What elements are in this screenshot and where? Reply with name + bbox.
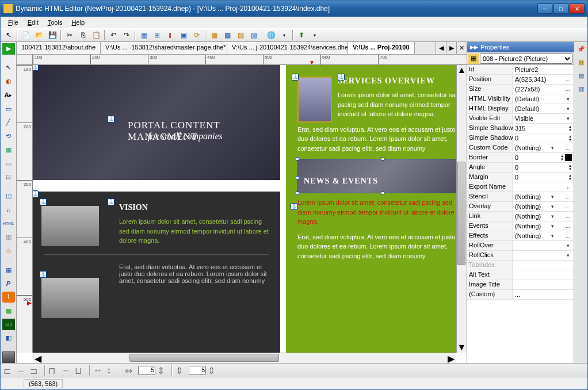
ellipsis-button[interactable]: ... — [564, 194, 572, 200]
property-value[interactable]: (Default)▾ — [513, 104, 574, 113]
property-value[interactable]: Picture2 — [513, 65, 574, 74]
property-value[interactable]: (Nothing)▾... — [513, 143, 574, 152]
property-value[interactable]: 0▲▼ — [513, 173, 574, 182]
preview-icon[interactable]: ▣ — [177, 29, 190, 41]
property-value[interactable]: (Nothing)▾... — [513, 231, 574, 240]
property-value[interactable]: (Nothing)▾... — [513, 202, 574, 211]
undo-icon[interactable]: ↶ — [107, 29, 120, 41]
services-image[interactable] — [297, 77, 332, 123]
property-value[interactable]: ▾ — [513, 241, 574, 250]
dropdown-icon[interactable]: ▾ — [564, 96, 572, 102]
property-row[interactable]: Link(Nothing)▾... — [467, 212, 574, 221]
backward-icon[interactable]: ▧ — [247, 29, 260, 41]
property-value[interactable]: ... — [513, 290, 574, 299]
selection-handle[interactable] — [296, 176, 299, 179]
tab-about[interactable]: 100421-153812\about.dhe — [17, 42, 101, 54]
same-height-icon[interactable]: ↕ — [106, 365, 118, 376]
align-right-icon[interactable]: ⊐ — [30, 365, 41, 376]
property-value[interactable]: A(525,341)... — [513, 75, 574, 84]
tab-index[interactable]: V:\Us ... Proj-20100 — [348, 42, 414, 54]
property-value[interactable]: Visible▾ — [513, 114, 574, 123]
vision-heading[interactable]: VISION — [119, 203, 269, 212]
pointer-button[interactable]: ↖ — [2, 29, 15, 41]
property-row[interactable]: Angle0▲▼ — [467, 163, 574, 173]
menu-tool-icon[interactable]: ◧ — [2, 332, 15, 344]
canvas-tool-icon[interactable]: ◫ — [2, 190, 15, 202]
selection-handle[interactable] — [381, 157, 384, 160]
cut-icon[interactable]: ✂ — [63, 29, 76, 41]
dropdown-icon[interactable]: ▾ — [564, 253, 572, 258]
run-icon[interactable]: ▶ — [2, 43, 15, 55]
property-row[interactable]: Effects(Nothing)▾... — [467, 231, 574, 241]
property-value[interactable]: 0▲▼ — [513, 163, 574, 172]
same-width-icon[interactable]: ↔ — [93, 365, 105, 376]
dropdown-icon[interactable]: ▾ — [548, 145, 556, 151]
dropdown-icon[interactable]: ▾ — [548, 194, 556, 200]
link-tool-icon[interactable]: ⟲ — [2, 131, 15, 142]
paypal-tool-icon[interactable]: P — [2, 278, 15, 289]
gallery-tool-icon[interactable]: ▩ — [2, 305, 15, 316]
form-tool-icon[interactable]: ▭ — [2, 158, 15, 169]
distribute-icon[interactable]: ⇔ — [125, 365, 136, 376]
vertical-scrollbar[interactable]: ▲ ▼ — [456, 65, 467, 353]
distribute-v-icon[interactable]: ⇕ — [175, 365, 187, 376]
dropdown-icon[interactable]: ▾ — [564, 243, 572, 248]
panel-icon[interactable]: ▥ — [575, 83, 587, 94]
refresh-icon[interactable]: ⟳ — [190, 29, 203, 41]
ellipsis-button[interactable]: ... — [564, 213, 572, 219]
spinner-icon[interactable]: ▲▼ — [568, 135, 572, 142]
bring-front-icon[interactable]: ▩ — [208, 29, 220, 41]
horizontal-scrollbar[interactable]: ◀ ▶ — [33, 353, 456, 363]
spinner-icon[interactable]: ▲▼ — [568, 164, 572, 171]
panel-icon[interactable]: ▦ — [575, 56, 587, 68]
send-back-icon[interactable]: ▩ — [221, 29, 234, 41]
news-heading[interactable]: NEWS & EVENTS — [304, 177, 456, 186]
design-canvas[interactable]: ⚓ ⚓ PORTAL CONTENT MANAGMENT for small c… — [33, 65, 456, 353]
vision-panel[interactable]: ⚓ ⚓ ⚓ VISION Lorem ipsum dolor sit amet,… — [33, 192, 280, 353]
align-left-icon[interactable]: ⊏ — [3, 365, 15, 376]
ellipsis-button[interactable]: ... — [564, 223, 572, 229]
ellipsis-button[interactable]: ... — [564, 233, 572, 239]
property-value[interactable]: (Default)▾ — [513, 94, 574, 104]
snap-icon[interactable]: ⊞ — [151, 29, 163, 41]
property-value[interactable]: ▾ — [513, 251, 574, 260]
hero-subtitle[interactable]: for small companies — [148, 131, 223, 142]
tab-master[interactable]: V:\Us ... -153812\shared\master-page.dhe… — [101, 42, 227, 54]
news-text1[interactable]: Lorem ipsum dolor sit amet, consetetur s… — [297, 198, 456, 227]
selection-handle[interactable] — [381, 192, 384, 195]
spinner-icon[interactable]: ▲▼ — [568, 174, 572, 181]
property-value[interactable]: ↓ — [513, 182, 574, 192]
chevron-down-icon[interactable]: ▾ — [278, 29, 291, 41]
table-tool-icon[interactable]: ▦ — [2, 264, 15, 276]
news-box-selected[interactable]: NEWS & EVENTS — [297, 159, 456, 193]
spinner-icon[interactable]: ⇕ — [157, 365, 169, 376]
tab-services[interactable]: V:\Us ... j-20100421-153924\services.dhe — [227, 42, 348, 54]
vision-text1[interactable]: Lorem ipsum dolor sit amet, consetetur s… — [119, 217, 269, 246]
align-center-icon[interactable]: ⫠ — [17, 365, 28, 376]
property-row[interactable]: Simple Shadow315▲▼ — [467, 124, 574, 133]
vision-text2[interactable]: Erat, sed diam voluptua. At vero eos et … — [119, 263, 269, 284]
image-tool-icon[interactable]: ▦ — [2, 144, 15, 156]
dropdown-icon[interactable]: ▾ — [548, 233, 556, 239]
ruler-horizontal[interactable]: 100200300400500600700800 ▼ — [33, 55, 467, 65]
guides-icon[interactable]: ⫿ — [164, 29, 177, 41]
spinner-icon[interactable]: ▲▼ — [560, 154, 564, 161]
menu-help[interactable]: Help — [67, 18, 89, 27]
ellipsis-button[interactable]: ... — [564, 145, 572, 151]
chevron-down-icon[interactable]: ▾ — [308, 29, 321, 41]
vision-image2[interactable] — [41, 278, 99, 318]
properties-header[interactable]: ▶▶ Properties — [467, 42, 574, 52]
label-tool-icon[interactable]: ▭ — [2, 103, 15, 114]
audio-tool-icon[interactable]: ♫ — [2, 204, 15, 216]
open-icon[interactable]: 📂 — [33, 29, 45, 41]
property-value[interactable] — [513, 261, 574, 270]
redo-icon[interactable]: ↷ — [120, 29, 133, 41]
forward-icon[interactable]: ▧ — [234, 29, 247, 41]
property-row[interactable]: Export Name↓ — [467, 182, 574, 192]
property-row[interactable]: Overlay(Nothing)▾... — [467, 202, 574, 212]
tab-scroll-right-icon[interactable]: ▶ — [446, 42, 456, 54]
property-row[interactable]: Size(227x58)... — [467, 85, 574, 94]
spinner-icon[interactable]: ⇕ — [208, 365, 219, 376]
container-tool-icon[interactable]: ⊡ — [2, 171, 15, 183]
property-row[interactable]: PositionA(525,341)... — [467, 75, 574, 85]
